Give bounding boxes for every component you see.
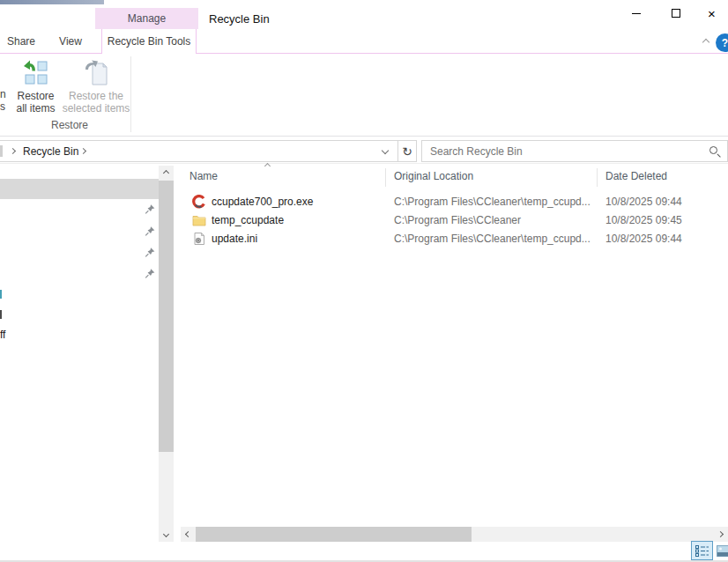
file-date-deleted: 10/8/2025 09:44 [605,233,682,245]
file-original-location: C:\Program Files\CCleaner [394,214,521,226]
pin-icon [145,247,156,258]
sidebar-icon-fragment [0,290,2,299]
sidebar-icon-fragment [0,310,2,319]
tab-view-label: View [59,35,82,48]
help-icon: ? [722,37,728,49]
close-button[interactable]: × [695,0,728,26]
restore-all-items-label-line1: Restore [17,90,54,102]
cutoff-button-text-fragment: s [0,100,5,113]
details-view-button[interactable] [691,541,713,560]
breadcrumb-chevron-icon[interactable] [10,148,16,154]
restore-all-items-icon [22,59,50,87]
chevron-up-icon [163,170,169,176]
folder-icon [192,213,206,227]
file-original-location: C:\Program Files\CCleaner\temp_ccupd... [394,233,591,245]
address-bar[interactable]: Recycle Bin [0,140,398,162]
file-name: ccupdate700_pro.exe [212,196,313,208]
restore-selected-items-button[interactable]: Restore the selected items [62,55,130,119]
maximize-button[interactable] [656,0,695,26]
minimize-button[interactable] [616,0,656,26]
pin-icon [145,268,156,279]
chevron-down-icon [163,531,169,537]
scroll-up-button[interactable] [159,166,174,181]
ribbon-contextual-group-manage[interactable]: Manage [95,8,198,29]
file-row[interactable]: update.ini C:\Program Files\CCleaner\tem… [181,230,728,248]
window-title: Recycle Bin [209,12,270,26]
minimize-icon [632,13,641,14]
sidebar-text-fragment: ff [0,329,5,341]
ini-file-icon [192,232,206,246]
refresh-button[interactable]: ↻ [398,140,417,162]
tab-share-label: Share [7,35,35,48]
thumbnails-view-icon [717,545,728,557]
details-view-icon [695,545,709,557]
collapse-ribbon-button[interactable] [699,36,713,48]
file-row[interactable]: temp_ccupdate C:\Program Files\CCleaner … [181,211,728,230]
column-header-row: Name Original Location Date Deleted [181,167,728,187]
tab-view[interactable]: View [55,29,86,53]
chevron-left-icon [185,531,191,537]
thumbnails-view-button[interactable] [715,541,728,560]
cutoff-button-text-fragment: n [0,88,6,100]
tab-share[interactable]: Share [5,29,37,53]
location-icon-fragment [0,145,3,157]
ribbon: n s Restore all items Restore the select… [0,54,728,137]
scroll-left-button[interactable] [181,527,196,542]
sidebar-selected-item[interactable] [0,179,159,199]
file-name: update.ini [212,233,257,245]
sort-ascending-icon [264,163,271,169]
chevron-up-icon [702,39,709,46]
help-button[interactable]: ? [716,33,728,52]
close-icon: × [708,7,716,20]
restore-selected-items-label-line1: Restore the [69,90,123,102]
chevron-right-icon [717,531,724,537]
search-input[interactable] [422,141,701,161]
explorer-window: { "titlebar": { "contextual_group": "Man… [0,0,728,562]
column-separator[interactable] [385,168,386,187]
scrollbar-thumb[interactable] [159,181,174,452]
column-header-name[interactable]: Name [189,170,218,182]
ribbon-group-separator [130,56,131,132]
restore-selected-items-icon [82,59,110,87]
column-separator[interactable] [597,168,598,187]
background-edge-strip [0,0,104,4]
file-name: temp_ccupdate [212,214,284,226]
address-dropdown-icon[interactable] [382,147,389,154]
maximize-icon [672,9,680,18]
restore-all-items-label-line2: all items [16,102,55,115]
search-box[interactable] [421,140,728,162]
horizontal-scrollbar[interactable] [181,527,728,542]
scrollbar-thumb[interactable] [196,527,472,542]
restore-all-items-button[interactable]: Restore all items [11,55,61,119]
breadcrumb-recycle-bin[interactable]: Recycle Bin [23,145,78,158]
tab-recycle-bin-tools[interactable]: Recycle Bin Tools [101,29,197,54]
breadcrumb-chevron-icon[interactable] [80,148,86,154]
pin-icon [145,226,156,237]
file-date-deleted: 10/8/2025 09:45 [605,214,682,226]
refresh-icon: ↻ [402,144,412,159]
scroll-right-button[interactable] [713,527,728,542]
search-icon[interactable] [709,146,717,154]
file-row[interactable]: ccupdate700_pro.exe C:\Program Files\CCl… [181,193,728,211]
column-header-original-location[interactable]: Original Location [394,170,473,182]
pin-icon [145,203,156,215]
file-original-location: C:\Program Files\CCleaner\temp_ccupd... [394,196,591,208]
file-date-deleted: 10/8/2025 09:44 [605,196,682,208]
manage-label: Manage [128,12,166,25]
sidebar-scrollbar[interactable] [159,166,174,542]
tab-recycle-bin-tools-label: Recycle Bin Tools [108,35,191,48]
ccleaner-exe-icon [192,195,206,209]
scroll-down-button[interactable] [159,527,174,542]
restore-group-label: Restore [9,119,130,131]
restore-selected-items-label-line2: selected items [63,102,130,115]
content-divider [0,163,728,164]
column-header-date-deleted[interactable]: Date Deleted [605,170,667,182]
